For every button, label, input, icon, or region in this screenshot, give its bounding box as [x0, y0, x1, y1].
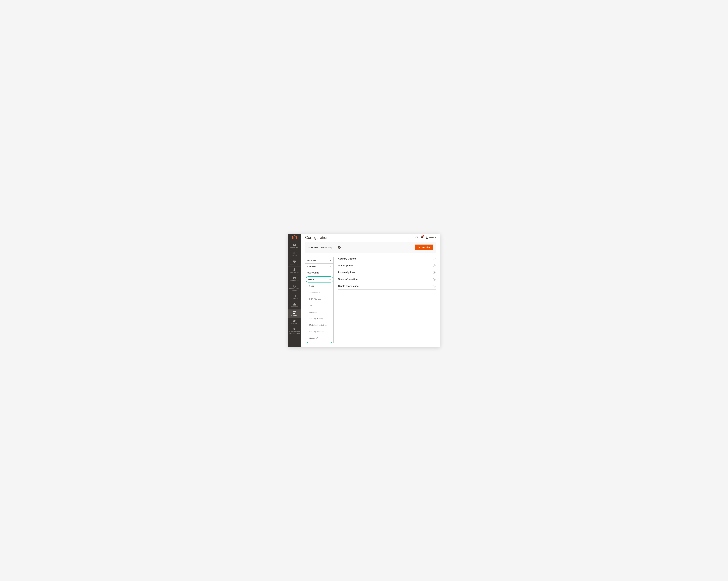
- panel-country-options[interactable]: Country Options: [338, 257, 436, 262]
- panel-single-store-mode[interactable]: Single-Store Mode: [338, 283, 436, 289]
- chart-icon: [293, 303, 295, 306]
- nav-sales[interactable]: $ SALES: [288, 250, 301, 258]
- page-title: Configuration: [305, 236, 416, 240]
- gear-icon: [293, 320, 296, 322]
- config-content: GENERAL CATALOG CUSTOMERS: [301, 253, 440, 347]
- nav-label: PRODUCTS: [290, 263, 298, 265]
- nav-stores[interactable]: STORES: [288, 309, 301, 318]
- section-header-customers[interactable]: CUSTOMERS: [305, 270, 333, 276]
- config-section-customers: CUSTOMERS: [305, 270, 333, 276]
- chevron-down-icon: [330, 259, 331, 261]
- nav-customers[interactable]: CUSTOMERS: [288, 267, 301, 275]
- nav-label: CONTENT: [291, 298, 298, 300]
- store-icon: [293, 311, 296, 314]
- item-sales[interactable]: Sales: [305, 283, 333, 289]
- search-icon[interactable]: [415, 236, 418, 239]
- config-panels: Country Options State Options Locale Opt…: [338, 257, 436, 343]
- expand-icon: [433, 278, 436, 281]
- expand-icon: [433, 271, 436, 274]
- chevron-down-icon: [330, 272, 331, 274]
- expand-icon: [433, 258, 436, 260]
- expand-icon: [433, 265, 436, 267]
- item-sales-emails[interactable]: Sales Emails: [305, 289, 333, 296]
- header-actions: 8 admin: [415, 236, 436, 239]
- config-nav: GENERAL CATALOG CUSTOMERS: [305, 257, 334, 343]
- username: admin: [428, 237, 434, 239]
- partners-icon: [293, 328, 296, 331]
- nav-label: STOCK IN THE CHANNEL: [288, 288, 301, 292]
- section-header-sales[interactable]: SALES: [306, 276, 333, 282]
- chevron-down-icon: [435, 237, 436, 238]
- nav-stock-channel[interactable]: STOCK IN THE CHANNEL: [288, 283, 301, 293]
- config-section-sales: SALES Sales Sales Emails PDF Print-outs …: [305, 276, 333, 343]
- nav-partners[interactable]: FIND PARTNERS & EXTENSIONS: [288, 326, 301, 336]
- dollar-icon: $: [293, 252, 295, 255]
- user-menu[interactable]: admin: [426, 237, 436, 239]
- item-multishipping[interactable]: Multishipping Settings: [305, 322, 333, 329]
- nav-label: DASHBOARD: [290, 247, 299, 248]
- item-checkout[interactable]: Checkout: [305, 309, 333, 315]
- nav-products[interactable]: PRODUCTS: [288, 258, 301, 267]
- nav-label: STORES: [291, 314, 297, 316]
- hexagon-icon: [293, 285, 296, 288]
- expand-icon: [433, 285, 436, 287]
- chevron-down-icon: [333, 247, 334, 248]
- nav-system[interactable]: SYSTEM: [288, 318, 301, 326]
- section-items-sales: Sales Sales Emails PDF Print-outs Tax Ch…: [305, 283, 333, 343]
- item-shipping-methods[interactable]: Shipping Methods: [305, 329, 333, 335]
- save-config-button[interactable]: Save Config: [415, 245, 433, 250]
- item-google-api[interactable]: Google API: [305, 335, 333, 341]
- page-header: Configuration 8 admin: [301, 234, 440, 242]
- box-icon: [293, 260, 296, 263]
- item-pdf-printouts[interactable]: PDF Print-outs: [305, 296, 333, 302]
- toolbar: Store View: Default Config ? Save Config: [305, 242, 436, 253]
- megaphone-icon: [293, 277, 296, 279]
- nav-content[interactable]: CONTENT: [288, 293, 301, 301]
- store-view-switcher: Store View: Default Config: [308, 246, 334, 248]
- section-header-general[interactable]: GENERAL: [305, 257, 333, 264]
- item-shipping-settings[interactable]: Shipping Settings: [305, 315, 333, 322]
- nav-dashboard[interactable]: DASHBOARD: [288, 242, 301, 250]
- notification-icon[interactable]: 8: [421, 236, 423, 239]
- nav-marketing[interactable]: MARKETING: [288, 275, 301, 283]
- nav-label: FIND PARTNERS & EXTENSIONS: [288, 331, 301, 334]
- help-icon[interactable]: ?: [338, 246, 341, 249]
- nav-label: SYSTEM: [291, 323, 297, 324]
- magento-logo[interactable]: [288, 234, 301, 242]
- person-icon: [293, 268, 295, 271]
- chevron-down-icon: [330, 266, 331, 268]
- nav-label: MARKETING: [290, 280, 298, 281]
- layout-icon: [293, 295, 295, 298]
- admin-sidebar: DASHBOARD $ SALES PRODUCTS CUSTOMERS MAR…: [288, 234, 301, 347]
- chevron-up-icon: [330, 278, 331, 280]
- store-view-label: Store View:: [308, 246, 318, 248]
- store-view-dropdown[interactable]: Default Config: [320, 246, 334, 248]
- panel-state-options[interactable]: State Options: [338, 262, 436, 269]
- panel-store-information[interactable]: Store Information: [338, 276, 436, 283]
- notification-badge: 8: [422, 236, 424, 237]
- panel-locale-options[interactable]: Locale Options: [338, 269, 436, 276]
- config-section-general: GENERAL: [305, 257, 333, 264]
- dashboard-icon: [293, 243, 296, 246]
- item-payment-methods[interactable]: Payment Methods: [306, 342, 333, 343]
- item-tax[interactable]: Tax: [305, 302, 333, 309]
- config-section-catalog: CATALOG: [305, 264, 333, 270]
- nav-label: SALES: [292, 255, 296, 257]
- main-content: Configuration 8 admin Store View:: [301, 234, 440, 347]
- nav-label: CUSTOMERS: [290, 272, 299, 273]
- nav-label: REPORTS: [291, 306, 298, 308]
- section-header-catalog[interactable]: CATALOG: [305, 264, 333, 270]
- user-icon: [426, 237, 428, 239]
- nav-reports[interactable]: REPORTS: [288, 301, 301, 309]
- admin-window: DASHBOARD $ SALES PRODUCTS CUSTOMERS MAR…: [288, 234, 440, 347]
